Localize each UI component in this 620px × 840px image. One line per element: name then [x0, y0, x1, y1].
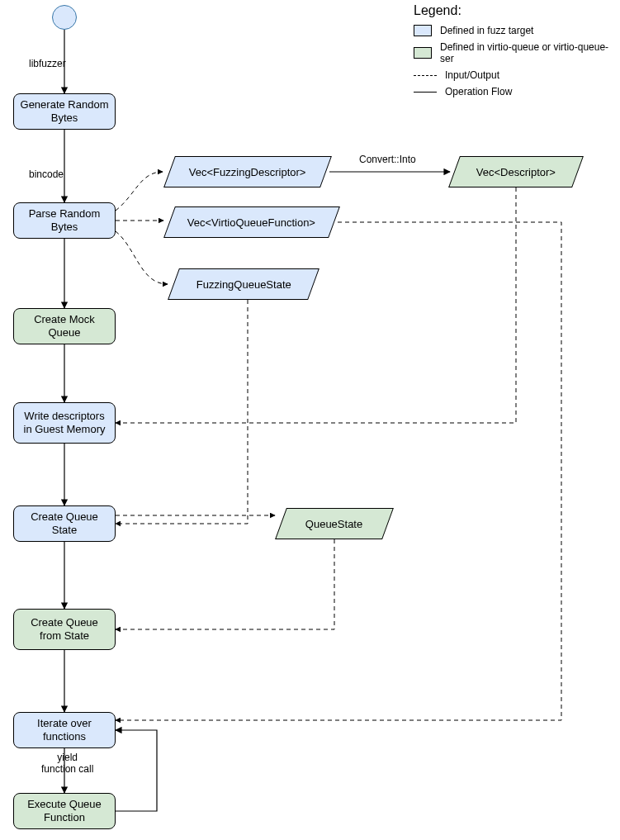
legend-swatch-green — [414, 47, 432, 59]
node-generate-random-bytes: Generate Random Bytes — [13, 93, 116, 130]
legend-row-opflow: Operation Flow — [414, 86, 612, 97]
node-create-mock-queue: Create Mock Queue — [13, 308, 116, 344]
data-vec-descriptor: Vec<Descriptor> — [448, 156, 584, 187]
legend-swatch-blue — [414, 25, 432, 36]
edge-label-bincode: bincode — [29, 168, 64, 180]
data-fuzzing-queue-state: FuzzingQueueState — [168, 268, 319, 300]
node-label: Write descriptors in Guest Memory — [19, 410, 110, 437]
node-execute-queue-function: Execute Queue Function — [13, 793, 116, 829]
node-iterate-over-functions: Iterate over functions — [13, 712, 116, 748]
data-label: Vec<VirtioQueueFunction> — [187, 216, 315, 229]
edge-label-libfuzzer: libfuzzer — [29, 58, 66, 69]
node-label: Create Queue from State — [19, 616, 110, 643]
edge-label-yield-function-call: yield function call — [41, 752, 93, 775]
node-create-queue-from-state: Create Queue from State — [13, 609, 116, 650]
node-label: Generate Random Bytes — [19, 98, 110, 126]
legend-row-fuzz-target: Defined in fuzz target — [414, 25, 612, 36]
node-label: Execute Queue Function — [19, 798, 110, 825]
node-label: Create Queue State — [19, 510, 110, 538]
legend-label: Operation Flow — [445, 86, 512, 97]
legend: Legend: Defined in fuzz target Defined i… — [414, 3, 612, 102]
legend-label: Defined in fuzz target — [440, 25, 533, 36]
data-label: Vec<Descriptor> — [476, 166, 556, 178]
data-vec-virtio-queue-function: Vec<VirtioQueueFunction> — [163, 206, 340, 238]
data-label: QueueState — [305, 518, 362, 530]
node-parse-random-bytes: Parse Random Bytes — [13, 202, 116, 239]
node-label: Create Mock Queue — [19, 313, 110, 340]
legend-line-solid — [414, 92, 437, 93]
diagram-canvas: { "legend": { "title": "Legend:", "fuzz_… — [0, 0, 620, 840]
node-label: Iterate over functions — [19, 717, 110, 744]
edge-label-convert-into: Convert::Into — [359, 154, 416, 165]
start-node — [52, 5, 77, 30]
legend-row-virtio: Defined in virtio-queue or virtio-queue-… — [414, 41, 612, 64]
data-label: Vec<FuzzingDescriptor> — [189, 166, 306, 178]
node-write-descriptors: Write descriptors in Guest Memory — [13, 402, 116, 444]
legend-label: Defined in virtio-queue or virtio-queue-… — [440, 41, 612, 64]
node-label: Parse Random Bytes — [19, 207, 110, 235]
legend-line-dashed — [414, 75, 437, 76]
data-queue-state: QueueState — [275, 508, 394, 539]
data-vec-fuzzing-descriptor: Vec<FuzzingDescriptor> — [163, 156, 332, 187]
node-create-queue-state: Create Queue State — [13, 505, 116, 542]
data-label: FuzzingQueueState — [196, 278, 291, 291]
legend-title: Legend: — [414, 3, 612, 18]
legend-row-io: Input/Output — [414, 69, 612, 81]
legend-label: Input/Output — [445, 69, 499, 81]
